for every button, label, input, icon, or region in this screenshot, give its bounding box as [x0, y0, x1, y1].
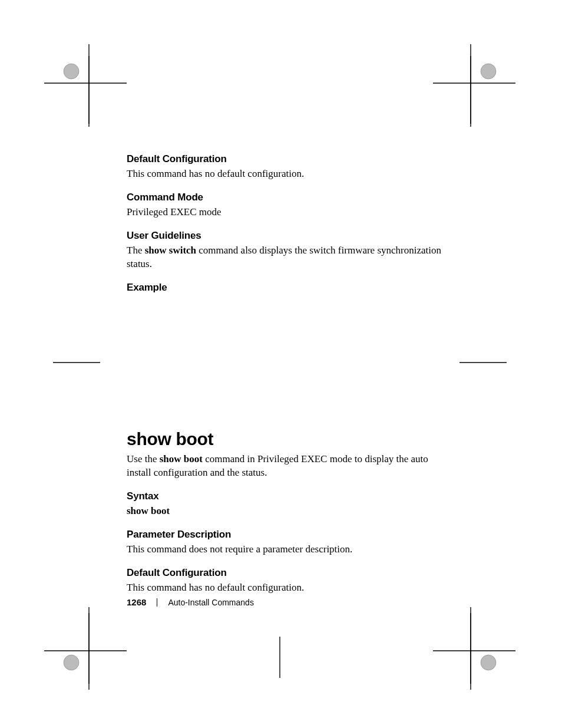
cropmark-verticals — [0, 0, 562, 728]
